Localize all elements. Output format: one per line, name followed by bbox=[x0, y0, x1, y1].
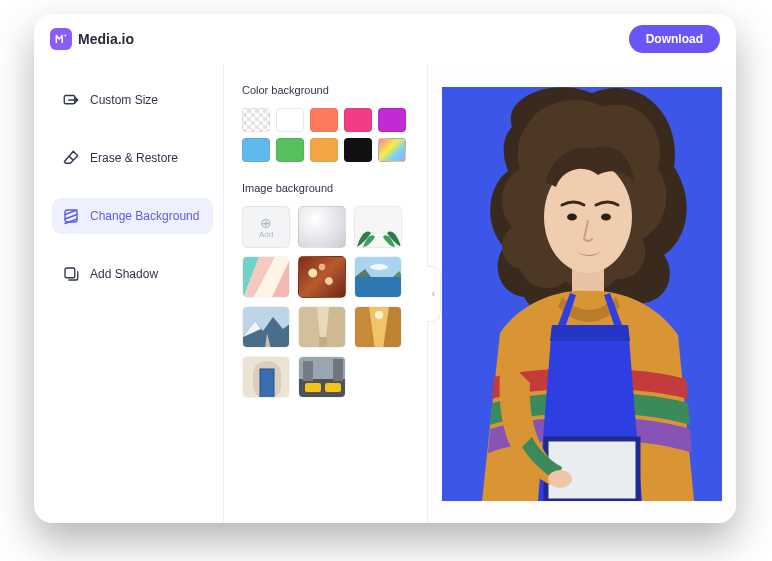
image-thumb-beige-street[interactable] bbox=[298, 306, 346, 348]
color-swatch-hotpink[interactable] bbox=[344, 108, 372, 132]
color-swatch-magenta[interactable] bbox=[378, 108, 406, 132]
color-swatch-white[interactable] bbox=[276, 108, 304, 132]
app-window: Media.io Download Custom Size Erase & Re… bbox=[34, 14, 736, 523]
preview-canvas[interactable] bbox=[442, 87, 722, 501]
color-swatch-transparent[interactable] bbox=[242, 108, 270, 132]
color-swatch-orange[interactable] bbox=[310, 138, 338, 162]
preview-subject-person bbox=[442, 87, 722, 501]
svg-rect-28 bbox=[305, 383, 321, 392]
svg-point-33 bbox=[601, 213, 611, 220]
image-thumb-blue-doorway[interactable] bbox=[242, 356, 290, 398]
image-thumb-yellow-taxis[interactable] bbox=[298, 356, 346, 398]
image-thumb-studio-gray[interactable] bbox=[298, 206, 346, 248]
svg-rect-22 bbox=[260, 369, 274, 398]
image-thumb-plant-leaves[interactable] bbox=[354, 206, 402, 248]
panel-collapse-handle[interactable]: ‹ bbox=[427, 266, 441, 322]
color-section-title: Color background bbox=[242, 84, 413, 96]
image-thumb-golden-alley[interactable] bbox=[354, 306, 402, 348]
color-swatch-skyblue[interactable] bbox=[242, 138, 270, 162]
svg-rect-29 bbox=[325, 383, 341, 392]
app-body: Custom Size Erase & Restore Change Backg… bbox=[34, 64, 736, 523]
brand: Media.io bbox=[50, 28, 134, 50]
svg-point-0 bbox=[64, 34, 66, 36]
sidebar-item-label: Custom Size bbox=[90, 93, 158, 107]
shadow-icon bbox=[62, 265, 80, 283]
svg-rect-27 bbox=[333, 359, 343, 381]
brand-logo-icon bbox=[50, 28, 72, 50]
image-thumb-grid: ⊕ Add bbox=[242, 206, 412, 398]
image-section-title: Image background bbox=[242, 182, 413, 194]
svg-rect-15 bbox=[319, 337, 327, 348]
color-swatch-grid bbox=[242, 108, 412, 162]
sidebar-item-label: Change Background bbox=[90, 209, 199, 223]
sidebar-item-add-shadow[interactable]: Add Shadow bbox=[52, 256, 213, 292]
sidebar-item-label: Erase & Restore bbox=[90, 151, 178, 165]
sidebar-item-erase-restore[interactable]: Erase & Restore bbox=[52, 140, 213, 176]
image-thumb-ocean-cliffs[interactable] bbox=[354, 256, 402, 298]
sidebar-item-label: Add Shadow bbox=[90, 267, 158, 281]
sidebar-item-change-background[interactable]: Change Background bbox=[52, 198, 213, 234]
options-panel: Color background Image background ⊕ Add bbox=[224, 64, 428, 523]
resize-icon bbox=[62, 91, 80, 109]
svg-point-35 bbox=[548, 470, 572, 488]
chevron-left-icon: ‹ bbox=[432, 288, 435, 299]
image-thumb-rust-bokeh[interactable] bbox=[298, 256, 346, 298]
preview-area: ‹ bbox=[428, 64, 736, 523]
eraser-icon bbox=[62, 149, 80, 167]
color-swatch-green[interactable] bbox=[276, 138, 304, 162]
header-bar: Media.io Download bbox=[34, 14, 736, 64]
color-swatch-coral[interactable] bbox=[310, 108, 338, 132]
svg-point-10 bbox=[370, 264, 388, 270]
sidebar-item-custom-size[interactable]: Custom Size bbox=[52, 82, 213, 118]
svg-rect-26 bbox=[303, 361, 313, 381]
svg-rect-3 bbox=[65, 268, 75, 278]
add-label: Add bbox=[259, 230, 273, 239]
svg-point-32 bbox=[567, 213, 577, 220]
texture-icon bbox=[62, 207, 80, 225]
color-swatch-rainbow[interactable] bbox=[378, 138, 406, 162]
plus-icon: ⊕ bbox=[260, 216, 272, 230]
download-button[interactable]: Download bbox=[629, 25, 720, 53]
brand-name: Media.io bbox=[78, 31, 134, 47]
image-thumb-add[interactable]: ⊕ Add bbox=[242, 206, 290, 248]
svg-point-19 bbox=[375, 311, 383, 319]
svg-rect-9 bbox=[355, 277, 402, 298]
image-thumb-pastel-stripes[interactable] bbox=[242, 256, 290, 298]
sidebar: Custom Size Erase & Restore Change Backg… bbox=[34, 64, 224, 523]
color-swatch-black[interactable] bbox=[344, 138, 372, 162]
image-thumb-mountain-road[interactable] bbox=[242, 306, 290, 348]
